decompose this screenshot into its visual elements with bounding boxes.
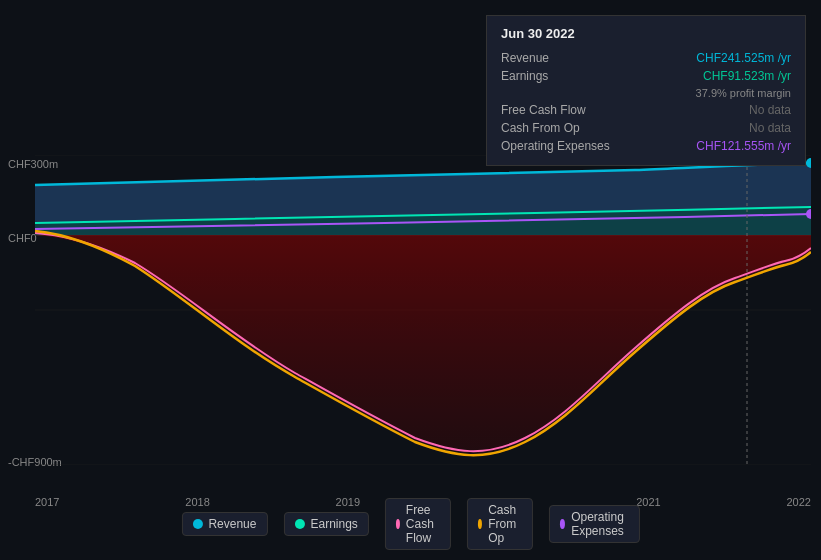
legend-label-cashfromop: Cash From Op (488, 503, 522, 545)
tooltip-row-margin: 37.9% profit margin (501, 85, 791, 101)
tooltip-row-revenue: Revenue CHF241.525m /yr (501, 49, 791, 67)
x-label-2022: 2022 (786, 496, 810, 508)
chart-svg (35, 155, 811, 465)
y-label-mid: CHF0 (8, 232, 37, 244)
tooltip-label-fcf: Free Cash Flow (501, 103, 586, 117)
legend-dot-fcf (396, 519, 400, 529)
tooltip-row-opex: Operating Expenses CHF121.555m /yr (501, 137, 791, 155)
tooltip-label-cashfromop: Cash From Op (501, 121, 580, 135)
legend-item-cashfromop[interactable]: Cash From Op (467, 498, 533, 550)
legend-item-fcf[interactable]: Free Cash Flow (385, 498, 451, 550)
tooltip-row-cashfromop: Cash From Op No data (501, 119, 791, 137)
tooltip-label-opex: Operating Expenses (501, 139, 610, 153)
tooltip-value-opex: CHF121.555m /yr (696, 139, 791, 153)
legend-item-earnings[interactable]: Earnings (283, 512, 368, 536)
x-label-2017: 2017 (35, 496, 59, 508)
legend-dot-cashfromop (478, 519, 482, 529)
legend-label-opex: Operating Expenses (571, 510, 628, 538)
legend-label-fcf: Free Cash Flow (406, 503, 440, 545)
legend-dot-earnings (294, 519, 304, 529)
tooltip-value-earnings: CHF91.523m /yr (703, 69, 791, 83)
tooltip-row-earnings: Earnings CHF91.523m /yr (501, 67, 791, 85)
tooltip-value-revenue: CHF241.525m /yr (696, 51, 791, 65)
legend: Revenue Earnings Free Cash Flow Cash Fro… (181, 498, 639, 550)
legend-label-earnings: Earnings (310, 517, 357, 531)
tooltip-row-fcf: Free Cash Flow No data (501, 101, 791, 119)
tooltip-label-earnings: Earnings (501, 69, 548, 83)
tooltip-value-fcf: No data (749, 103, 791, 117)
legend-dot-opex (560, 519, 565, 529)
tooltip-value-cashfromop: No data (749, 121, 791, 135)
tooltip-date: Jun 30 2022 (501, 26, 791, 41)
x-label-2021: 2021 (636, 496, 660, 508)
legend-label-revenue: Revenue (208, 517, 256, 531)
tooltip-panel: Jun 30 2022 Revenue CHF241.525m /yr Earn… (486, 15, 806, 166)
tooltip-value-margin: 37.9% profit margin (696, 87, 791, 99)
tooltip-label-revenue: Revenue (501, 51, 549, 65)
legend-dot-revenue (192, 519, 202, 529)
legend-item-opex[interactable]: Operating Expenses (549, 505, 640, 543)
legend-item-revenue[interactable]: Revenue (181, 512, 267, 536)
